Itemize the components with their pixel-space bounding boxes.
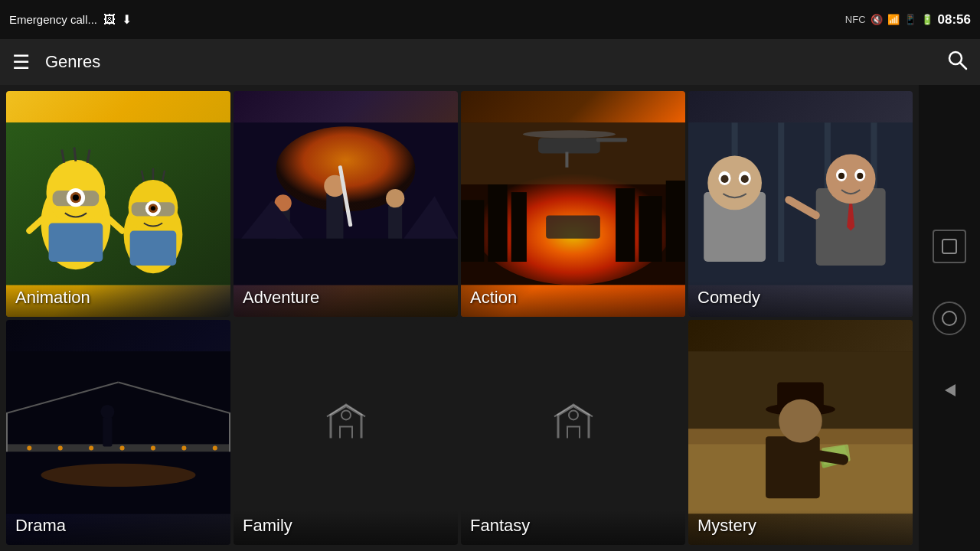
svg-point-89 [341, 410, 351, 419]
svg-rect-45 [461, 200, 484, 262]
svg-rect-43 [596, 138, 627, 142]
genre-card-fantasy[interactable]: Fantasy [461, 320, 685, 546]
genre-card-family[interactable]: Family [234, 320, 458, 546]
circle-nav-button[interactable] [933, 302, 966, 335]
svg-point-63 [741, 175, 749, 183]
svg-rect-50 [666, 181, 685, 262]
svg-rect-51 [546, 215, 600, 238]
svg-rect-73 [6, 444, 230, 452]
drama-label: Drama [6, 510, 230, 545]
svg-point-68 [838, 173, 844, 179]
svg-point-81 [120, 445, 125, 450]
mute-icon: 🔇 [871, 14, 883, 25]
svg-rect-102 [942, 240, 956, 253]
family-placeholder-icon [323, 399, 369, 454]
svg-rect-44 [565, 152, 568, 168]
square-nav-button[interactable] [933, 230, 966, 263]
svg-point-83 [181, 445, 186, 450]
svg-point-65 [826, 155, 876, 204]
svg-line-12 [74, 147, 76, 161]
svg-line-101 [820, 455, 843, 459]
back-nav-button[interactable] [933, 373, 966, 407]
genre-card-mystery[interactable]: Mystery [688, 320, 913, 546]
svg-rect-87 [103, 417, 112, 446]
svg-rect-46 [488, 184, 507, 262]
status-bar: Emergency call... 🖼 ⬇ NFC 🔇 📶 📱 🔋 08:56 [0, 0, 980, 39]
svg-rect-48 [616, 188, 635, 262]
svg-point-22 [151, 206, 155, 210]
svg-point-80 [89, 445, 93, 450]
status-left: Emergency call... 🖼 ⬇ [9, 12, 132, 27]
svg-point-88 [100, 404, 114, 418]
svg-rect-28 [326, 192, 343, 246]
genre-row-1: Animation [6, 91, 913, 317]
right-nav [919, 85, 980, 551]
svg-point-62 [720, 175, 728, 183]
svg-point-42 [523, 130, 616, 138]
svg-point-79 [58, 445, 63, 450]
svg-point-34 [386, 189, 404, 207]
genre-card-comedy[interactable]: Comedy [688, 91, 913, 317]
svg-marker-104 [945, 384, 956, 396]
status-time: 08:56 [938, 12, 971, 28]
action-label: Action [461, 282, 685, 317]
svg-point-59 [707, 156, 762, 210]
page-title: Genres [45, 52, 946, 72]
svg-point-98 [779, 399, 822, 442]
genre-card-action[interactable]: Action [461, 91, 685, 317]
svg-point-69 [857, 173, 863, 179]
adventure-label: Adventure [234, 282, 458, 317]
svg-point-90 [569, 410, 578, 419]
svg-line-1 [960, 63, 966, 69]
genre-grid: Animation [0, 85, 919, 551]
svg-point-78 [27, 445, 31, 450]
svg-point-84 [213, 445, 217, 450]
image-icon: 🖼 [103, 13, 116, 27]
svg-point-86 [41, 463, 195, 486]
mystery-label: Mystery [688, 510, 913, 545]
emergency-call-text: Emergency call... [9, 13, 97, 26]
genre-row-2: Drama Family [6, 320, 913, 546]
download-icon: ⬇ [122, 12, 132, 27]
genre-card-adventure[interactable]: Adventure [234, 91, 458, 317]
svg-rect-49 [639, 196, 662, 262]
svg-rect-41 [538, 138, 600, 153]
svg-point-103 [942, 311, 956, 325]
wifi-icon: 📶 [887, 14, 900, 25]
nfc-icon: NFC [845, 14, 866, 25]
svg-rect-18 [130, 231, 177, 266]
genre-card-animation[interactable]: Animation [6, 91, 230, 317]
top-bar: ☰ Genres [0, 39, 980, 85]
animation-label: Animation [6, 282, 230, 317]
fantasy-label: Fantasy [461, 510, 685, 545]
svg-rect-3 [6, 122, 230, 285]
genre-card-drama[interactable]: Drama [6, 320, 230, 546]
hamburger-menu[interactable]: ☰ [12, 52, 30, 72]
family-label: Family [234, 510, 458, 545]
svg-rect-35 [234, 239, 458, 285]
sim-icon: 📱 [904, 14, 916, 25]
svg-point-10 [73, 194, 79, 201]
fantasy-placeholder-icon [550, 399, 596, 454]
svg-rect-47 [511, 192, 527, 262]
comedy-label: Comedy [688, 282, 913, 317]
search-button[interactable] [946, 49, 968, 76]
svg-rect-95 [766, 436, 820, 498]
battery-icon: 🔋 [921, 14, 933, 25]
status-icons: NFC 🔇 📶 📱 🔋 08:56 [845, 12, 971, 28]
svg-rect-6 [49, 223, 103, 262]
svg-point-82 [151, 445, 155, 450]
